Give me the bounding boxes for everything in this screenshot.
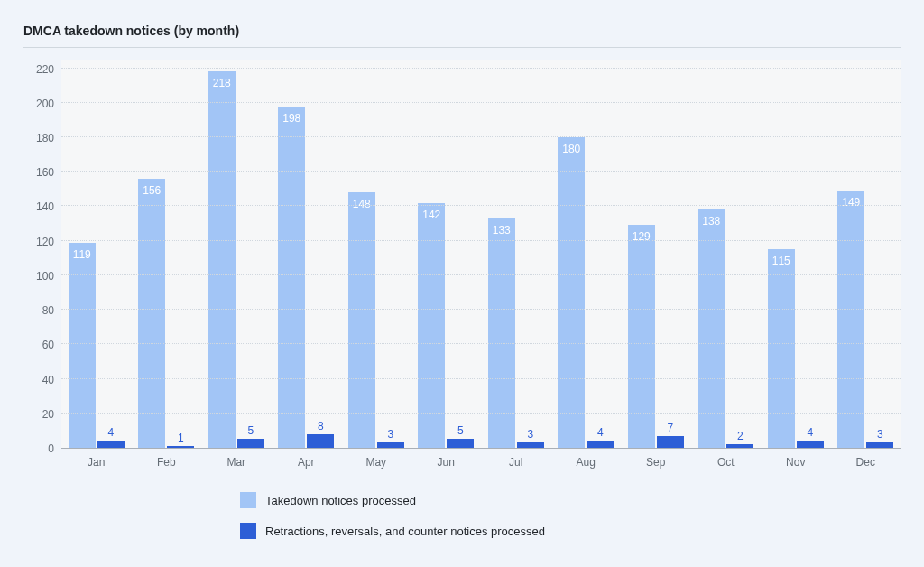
bar-takedowns: 156 <box>138 179 165 448</box>
y-tick: 20 <box>42 408 54 421</box>
x-tick: Mar <box>201 449 272 470</box>
bar-label-retractions: 5 <box>247 424 254 437</box>
bar-label-takedowns: 148 <box>353 198 371 210</box>
chart-title: DMCA takedown notices (by month) <box>23 23 901 48</box>
month-group: 1493 <box>831 60 901 448</box>
bar-retractions: 7 <box>657 436 684 448</box>
x-tick: Aug <box>551 449 622 470</box>
bar-label-takedowns: 156 <box>143 184 161 197</box>
x-tick: Oct <box>691 449 762 470</box>
month-group: 1297 <box>621 60 691 448</box>
x-tick: Dec <box>831 449 901 470</box>
month-group: 1988 <box>272 60 342 448</box>
gridline <box>61 171 901 172</box>
bar-label-takedowns: 138 <box>702 215 720 228</box>
bar-retractions: 5 <box>237 439 264 448</box>
gridline <box>61 68 901 69</box>
bar-label-retractions: 1 <box>178 432 184 444</box>
y-tick: 180 <box>36 132 54 144</box>
y-tick: 100 <box>36 270 54 283</box>
legend: Takedown notices processed Retractions, … <box>240 492 901 539</box>
bar-label-retractions: 3 <box>387 428 393 441</box>
bar-takedowns: 119 <box>69 243 96 448</box>
y-tick: 60 <box>42 339 54 351</box>
month-group: 2185 <box>201 60 272 448</box>
month-group: 1333 <box>481 60 551 448</box>
bar-retractions: 4 <box>797 441 824 448</box>
bar-takedowns: 148 <box>348 192 375 448</box>
gridline <box>61 102 901 103</box>
bar-label-takedowns: 133 <box>493 224 511 237</box>
bar-retractions: 3 <box>866 442 893 448</box>
bar-retractions: 4 <box>587 441 614 448</box>
month-group: 1382 <box>691 60 762 448</box>
bar-label-retractions: 5 <box>457 424 464 437</box>
bar-retractions: 5 <box>447 439 474 448</box>
bar-takedowns: 133 <box>488 218 515 448</box>
bar-label-retractions: 3 <box>527 428 533 441</box>
chart-card: DMCA takedown notices (by month) 0204060… <box>23 23 901 539</box>
bar-label-retractions: 4 <box>107 426 114 439</box>
x-tick: May <box>341 449 411 470</box>
y-tick: 120 <box>36 236 54 248</box>
bar-label-retractions: 4 <box>597 426 604 439</box>
plot-area-wrap: 020406080100120140160180200220 119415612… <box>23 60 901 449</box>
bar-retractions: 8 <box>307 434 334 448</box>
bar-label-retractions: 8 <box>318 420 324 432</box>
bar-label-takedowns: 119 <box>73 248 91 261</box>
legend-label-retractions: Retractions, reversals, and counter noti… <box>265 525 545 538</box>
bar-retractions: 3 <box>517 442 544 448</box>
legend-swatch-retractions <box>240 523 256 539</box>
x-tick: Nov <box>761 449 831 470</box>
bar-takedowns: 180 <box>558 137 585 448</box>
month-group: 1194 <box>61 60 132 448</box>
bar-takedowns: 149 <box>837 191 864 448</box>
y-tick: 160 <box>36 166 54 179</box>
y-tick: 0 <box>48 442 54 455</box>
x-tick: Jan <box>61 449 132 470</box>
x-tick: Jul <box>481 449 551 470</box>
gridline <box>61 378 901 379</box>
bar-label-takedowns: 180 <box>562 143 580 155</box>
gridline <box>61 205 901 206</box>
gridline <box>61 343 901 344</box>
bar-label-takedowns: 149 <box>842 196 860 209</box>
month-group: 1561 <box>132 60 202 448</box>
gridline <box>61 274 901 275</box>
bar-takedowns: 129 <box>628 225 655 448</box>
plot-area: 1194156121851988148314251333180412971382… <box>61 60 901 449</box>
bar-label-retractions: 2 <box>737 430 744 442</box>
bars-container: 1194156121851988148314251333180412971382… <box>61 60 901 448</box>
bar-label-retractions: 7 <box>667 422 673 434</box>
bar-label-takedowns: 218 <box>213 77 231 89</box>
month-group: 1804 <box>551 60 622 448</box>
y-axis: 020406080100120140160180200220 <box>23 60 61 449</box>
month-group: 1425 <box>411 60 482 448</box>
bar-label-takedowns: 115 <box>772 255 790 267</box>
bar-retractions: 3 <box>377 442 404 448</box>
x-tick: Feb <box>132 449 202 470</box>
x-tick: Apr <box>272 449 342 470</box>
bar-label-takedowns: 129 <box>633 230 651 243</box>
y-tick: 140 <box>36 200 54 213</box>
month-group: 1154 <box>761 60 831 448</box>
bar-takedowns: 198 <box>278 107 305 448</box>
legend-label-takedowns: Takedown notices processed <box>265 494 416 507</box>
bar-retractions: 2 <box>726 444 753 448</box>
bar-label-retractions: 3 <box>877 428 883 441</box>
y-tick: 40 <box>42 374 54 386</box>
x-tick: Sep <box>621 449 691 470</box>
bar-retractions: 1 <box>167 446 194 448</box>
x-axis: JanFebMarAprMayJunJulAugSepOctNovDec <box>61 449 901 470</box>
legend-item-takedowns: Takedown notices processed <box>240 492 901 508</box>
y-tick: 80 <box>42 304 54 317</box>
y-tick: 200 <box>36 98 54 110</box>
legend-item-retractions: Retractions, reversals, and counter noti… <box>240 523 901 539</box>
legend-swatch-takedowns <box>240 492 256 508</box>
month-group: 1483 <box>341 60 411 448</box>
y-tick: 220 <box>36 63 54 76</box>
gridline <box>61 413 901 414</box>
bar-retractions: 4 <box>97 441 125 448</box>
gridline <box>61 136 901 137</box>
gridline <box>61 309 901 310</box>
